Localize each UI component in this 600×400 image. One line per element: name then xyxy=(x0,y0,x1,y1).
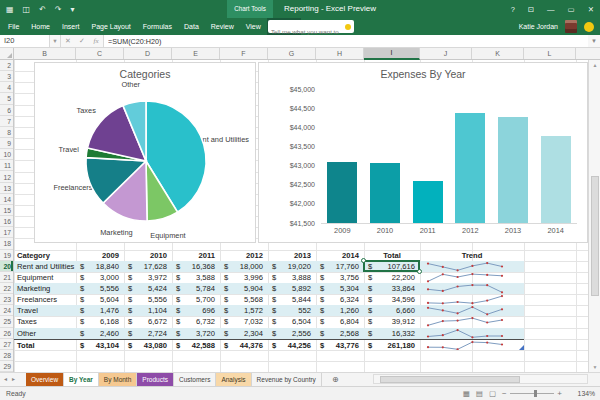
total-label-cell[interactable]: Total xyxy=(14,340,76,350)
sheet-tab-analysis[interactable]: Analysis xyxy=(216,373,251,386)
enter-icon[interactable]: ✓ xyxy=(75,35,89,47)
year-value-cell[interactable]: $5,556 xyxy=(124,294,172,305)
year-value-cell[interactable]: $2,304 xyxy=(220,328,268,339)
column-header-L[interactable]: L xyxy=(524,48,576,59)
row-header-27[interactable]: 27 xyxy=(0,339,13,350)
year-value-cell[interactable]: $6,672 xyxy=(124,316,172,327)
year-value-cell[interactable]: $19,020 xyxy=(268,261,316,272)
year-value-cell[interactable]: $5,700 xyxy=(172,294,220,305)
category-cell[interactable]: Rent and Utilities xyxy=(14,261,76,272)
excel-logo-icon[interactable]: ▦ xyxy=(6,5,14,14)
row-header-16[interactable]: 16 xyxy=(0,216,13,227)
sheet-tab-by-year[interactable]: By Year xyxy=(64,373,99,386)
row-header-4[interactable]: 4 xyxy=(0,82,13,93)
column-header-H[interactable]: H xyxy=(316,48,364,59)
column-header-J[interactable]: J xyxy=(420,48,472,59)
year-value-cell[interactable]: $3,996 xyxy=(220,272,268,283)
total-year-cell[interactable]: $43,104 xyxy=(76,340,124,350)
column-header-I[interactable]: I xyxy=(364,48,420,60)
insert-function-icon[interactable]: fx xyxy=(89,35,103,47)
total-year-cell[interactable]: $43,080 xyxy=(124,340,172,350)
year-value-cell[interactable]: $7,032 xyxy=(220,316,268,327)
zoom-in-icon[interactable]: + xyxy=(557,387,562,400)
total-cell[interactable]: $16,332 xyxy=(364,328,420,339)
year-value-cell[interactable]: $5,784 xyxy=(172,283,220,294)
sheet-tab-overview[interactable]: Overview xyxy=(26,373,64,386)
year-value-cell[interactable]: $696 xyxy=(172,305,220,316)
select-all-corner[interactable] xyxy=(0,48,14,59)
row-header-5[interactable]: 5 xyxy=(0,93,13,104)
total-year-cell[interactable]: $44,256 xyxy=(268,340,316,350)
year-value-cell[interactable]: $5,844 xyxy=(268,294,316,305)
row-header-24[interactable]: 24 xyxy=(0,305,13,316)
year-value-cell[interactable]: $6,504 xyxy=(268,316,316,327)
sheet-nav-arrows[interactable]: ◂▸ xyxy=(0,373,26,386)
sheet-tab-products[interactable]: Products xyxy=(137,373,174,386)
table-header-2012[interactable]: 2012 xyxy=(220,250,268,261)
row-header-23[interactable]: 23 xyxy=(0,294,13,305)
row-header-28[interactable]: 28 xyxy=(0,350,13,361)
account-area[interactable]: Katie Jordan xyxy=(519,18,594,35)
row-header-26[interactable]: 26 xyxy=(0,328,13,339)
category-cell[interactable]: Freelancers xyxy=(14,294,76,305)
total-cell[interactable]: $33,864 xyxy=(364,283,420,294)
vertical-scroll-thumb[interactable] xyxy=(591,176,599,296)
bar-2014[interactable] xyxy=(541,136,571,223)
row-header-7[interactable]: 7 xyxy=(0,116,13,127)
year-value-cell[interactable]: $5,304 xyxy=(316,283,364,294)
horizontal-scrollbar[interactable] xyxy=(373,374,588,384)
row-header-2[interactable]: 2 xyxy=(0,60,13,71)
zoom-out-icon[interactable]: − xyxy=(502,387,507,400)
row-header-18[interactable]: 18 xyxy=(0,238,13,249)
total-cell[interactable]: $22,200 xyxy=(364,272,420,283)
selected-cell-outline[interactable] xyxy=(363,260,420,272)
bar-2009[interactable] xyxy=(327,162,357,223)
year-value-cell[interactable]: $3,972 xyxy=(124,272,172,283)
save-icon[interactable]: ◫ xyxy=(23,5,31,14)
year-value-cell[interactable]: $1,572 xyxy=(220,305,268,316)
year-value-cell[interactable]: $6,804 xyxy=(316,316,364,327)
row-header-6[interactable]: 6 xyxy=(0,105,13,116)
year-value-cell[interactable]: $17,760 xyxy=(316,261,364,272)
category-cell[interactable]: Equipment xyxy=(14,272,76,283)
trend-sparkline-cell[interactable] xyxy=(420,272,524,283)
row-header-3[interactable]: 3 xyxy=(0,71,13,82)
total-cell[interactable]: $39,912 xyxy=(364,316,420,327)
total-cell[interactable]: $34,596 xyxy=(364,294,420,305)
total-year-cell[interactable]: $42,588 xyxy=(172,340,220,350)
selection-handle[interactable] xyxy=(417,269,422,274)
category-cell[interactable]: Marketing xyxy=(14,283,76,294)
trend-sparkline-cell[interactable] xyxy=(420,328,524,339)
scroll-up-icon[interactable]: ▲ xyxy=(589,60,600,70)
user-name[interactable]: Katie Jordan xyxy=(519,23,558,30)
table-header-2013[interactable]: 2013 xyxy=(268,250,316,261)
row-header-29[interactable]: 29 xyxy=(0,361,13,372)
sheet-tab-by-month[interactable]: By Month xyxy=(99,373,137,386)
row-header-15[interactable]: 15 xyxy=(0,205,13,216)
close-icon[interactable]: ✕ xyxy=(588,5,594,14)
column-header-F[interactable]: F xyxy=(220,48,268,59)
sheet-tab-customers[interactable]: Customers xyxy=(174,373,216,386)
column-header-D[interactable]: D xyxy=(124,48,172,59)
year-value-cell[interactable]: $6,732 xyxy=(172,316,220,327)
table-resize-handle[interactable] xyxy=(519,345,524,350)
total-year-cell[interactable]: $43,776 xyxy=(316,340,364,350)
row-header-12[interactable]: 12 xyxy=(0,172,13,183)
row-header-9[interactable]: 9 xyxy=(0,138,13,149)
undo-icon[interactable]: ↶ xyxy=(39,5,46,14)
bar-chart-card[interactable]: Expenses By Year $45,000$44,500$44,000$4… xyxy=(258,62,588,243)
year-value-cell[interactable]: $6,324 xyxy=(316,294,364,305)
sheet-tab-revenue-by-country[interactable]: Revenue by Country xyxy=(252,373,322,386)
bar-2013[interactable] xyxy=(498,117,528,223)
table-header-trend[interactable]: Trend xyxy=(420,250,524,261)
year-value-cell[interactable]: $2,556 xyxy=(268,328,316,339)
bar-2011[interactable] xyxy=(413,181,443,223)
year-value-cell[interactable]: $1,104 xyxy=(124,305,172,316)
category-cell[interactable]: Travel xyxy=(14,305,76,316)
row-header-20[interactable]: 20 xyxy=(0,261,13,272)
year-value-cell[interactable]: $3,000 xyxy=(76,272,124,283)
year-value-cell[interactable]: $16,368 xyxy=(172,261,220,272)
year-value-cell[interactable]: $3,720 xyxy=(172,328,220,339)
year-value-cell[interactable]: $6,168 xyxy=(76,316,124,327)
new-sheet-button[interactable]: ⊕ xyxy=(332,373,339,386)
